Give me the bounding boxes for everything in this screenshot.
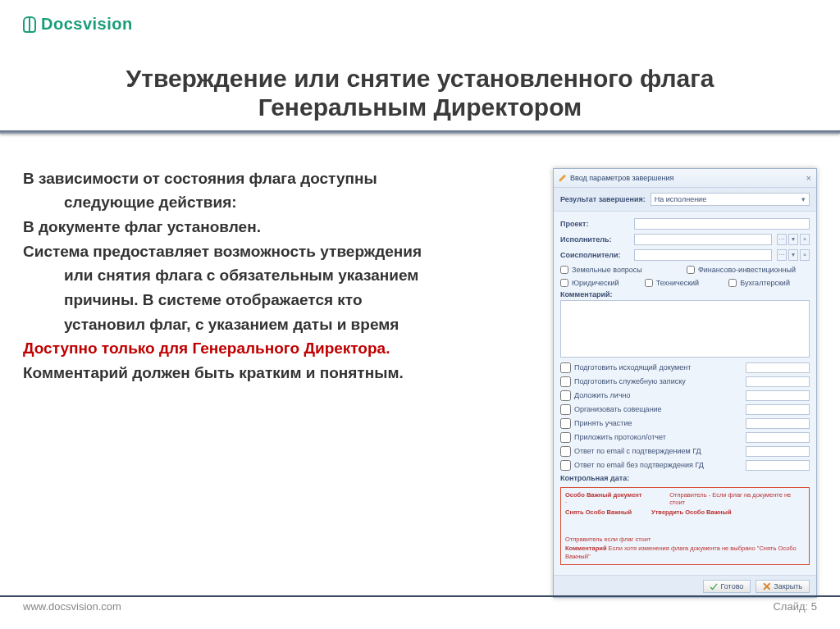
chk-land[interactable]: Земельные вопросы — [560, 266, 683, 274]
brand-logo: Docsvision — [23, 15, 133, 34]
footer-slide: Слайд: 5 — [773, 600, 817, 613]
p3b: или снятия флага с обязательным указание… — [23, 265, 536, 286]
label-executor: Исполнитель: — [560, 235, 629, 244]
ok-button[interactable]: Готово — [703, 580, 751, 593]
task-4: Принять участие — [560, 418, 810, 429]
task-7: Ответ по email без подтверждения ГД — [560, 460, 810, 471]
result-strip: Результат завершения: На исполнение ▾ — [554, 188, 816, 212]
paperclip-icon — [23, 16, 36, 33]
chevron-down-icon[interactable]: ▾ — [788, 249, 798, 261]
dialog-title: Ввод параметров завершения — [559, 174, 673, 182]
p2: В документе флаг установлен. — [23, 217, 536, 238]
task-input[interactable] — [746, 404, 810, 415]
input-project[interactable] — [634, 218, 810, 230]
check-icon — [710, 583, 718, 590]
task-input[interactable] — [746, 418, 810, 429]
p3a: Система предоставляет возможность утверж… — [23, 241, 536, 262]
rb-l1b: Отправитель - Если флаг на документе не … — [669, 491, 805, 507]
brand-name: Docsvision — [41, 15, 133, 34]
rb-l1a: Особо Важный документ — [565, 491, 642, 499]
p3d: установил флаг, с указанием даты и время — [23, 314, 536, 335]
completion-params-dialog: Ввод параметров завершения × Результат з… — [553, 168, 817, 598]
task-6: Ответ по email с подтверждением ГД — [560, 446, 810, 457]
topic-checks-row2: Юридический Технический Бухгалтерский — [560, 279, 810, 287]
rb-l3lab: Комментарий — [565, 545, 607, 552]
result-value: На исполнение — [655, 195, 706, 203]
p1b: следующие действия: — [23, 192, 536, 213]
topic-checks-row1: Земельные вопросы Финансово-инвестиционн… — [560, 266, 810, 274]
chevron-down-icon: ▾ — [801, 195, 806, 203]
lookup-icon[interactable]: ⋯ — [777, 249, 787, 261]
chevron-down-icon[interactable]: ▾ — [788, 234, 798, 245]
input-executor[interactable] — [634, 234, 772, 245]
dialog-body: Проект: Исполнитель: ⋯ ▾ × Соисполнители… — [554, 212, 816, 575]
task-input[interactable] — [746, 460, 810, 471]
task-input[interactable] — [746, 446, 810, 457]
body-text: В зависимости от состояния флага доступн… — [23, 168, 536, 387]
result-dropdown[interactable]: На исполнение ▾ — [651, 193, 810, 206]
clear-icon[interactable]: × — [800, 249, 810, 261]
task-input[interactable] — [746, 362, 810, 373]
chk-finance[interactable]: Финансово-инвестиционный — [687, 266, 810, 274]
p5: Комментарий должен быть кратким и понятн… — [23, 362, 536, 384]
close-icon[interactable]: × — [806, 173, 811, 183]
task-input[interactable] — [746, 376, 810, 387]
task-0: Подготовить исходящий документ — [560, 362, 810, 373]
task-3: Организовать совещание — [560, 404, 810, 415]
task-5: Приложить протокол/отчет — [560, 432, 810, 443]
x-icon — [763, 583, 770, 590]
task-input[interactable] — [746, 390, 810, 401]
rb-l2c: Отправитель если флаг стоит — [565, 536, 651, 543]
row-coexecutors: Соисполнители: ⋯ ▾ × — [560, 249, 810, 261]
close-button[interactable]: Закрыть — [756, 580, 810, 593]
comment-textarea[interactable] — [560, 300, 810, 358]
label-coexecutors: Соисполнители: — [560, 251, 629, 259]
footer-url: www.docsvision.com — [23, 600, 121, 613]
lookup-icon[interactable]: ⋯ — [777, 234, 787, 245]
content-area: В зависимости от состояния флага доступн… — [0, 134, 840, 598]
chk-account[interactable]: Бухгалтерский — [728, 279, 810, 287]
slide-title: Утверждение или снятие установленного фл… — [0, 64, 840, 122]
row-executor: Исполнитель: ⋯ ▾ × — [560, 234, 810, 245]
clear-icon[interactable]: × — [800, 234, 810, 245]
rb-l2b: Утвердить Особо Важный — [651, 508, 732, 516]
title-line2: Генеральным Директором — [258, 93, 582, 121]
comment-label: Комментарий: — [560, 290, 810, 299]
result-label: Результат завершения: — [560, 195, 646, 203]
dialog-footer: Готово Закрыть — [554, 575, 816, 597]
chk-tech[interactable]: Технический — [645, 279, 726, 287]
task-1: Подготовить служебную записку — [560, 376, 810, 387]
slide-footer: www.docsvision.com Слайд: 5 — [0, 595, 840, 613]
task-2: Доложить лично — [560, 390, 810, 401]
dialog-titlebar: Ввод параметров завершения × — [554, 169, 816, 188]
task-input[interactable] — [746, 432, 810, 443]
p3c: причины. В системе отображается кто — [23, 289, 536, 311]
row-project: Проект: — [560, 218, 810, 230]
title-line1: Утверждение или снятие установленного фл… — [126, 65, 714, 92]
chk-legal[interactable]: Юридический — [560, 279, 641, 287]
control-date-label: Контрольная дата: — [560, 474, 810, 482]
p4-red: Доступно только для Генерального Директо… — [23, 338, 536, 359]
label-project: Проект: — [560, 220, 629, 228]
pencil-icon — [559, 174, 567, 182]
input-coexecutors[interactable] — [634, 249, 772, 261]
rb-l2a: Снять Особо Важный — [565, 508, 632, 516]
p1a: В зависимости от состояния флага доступн… — [23, 168, 536, 189]
director-flag-box: Особо Важный документ Отправитель - Если… — [560, 487, 810, 565]
dialog-title-text: Ввод параметров завершения — [570, 174, 673, 182]
